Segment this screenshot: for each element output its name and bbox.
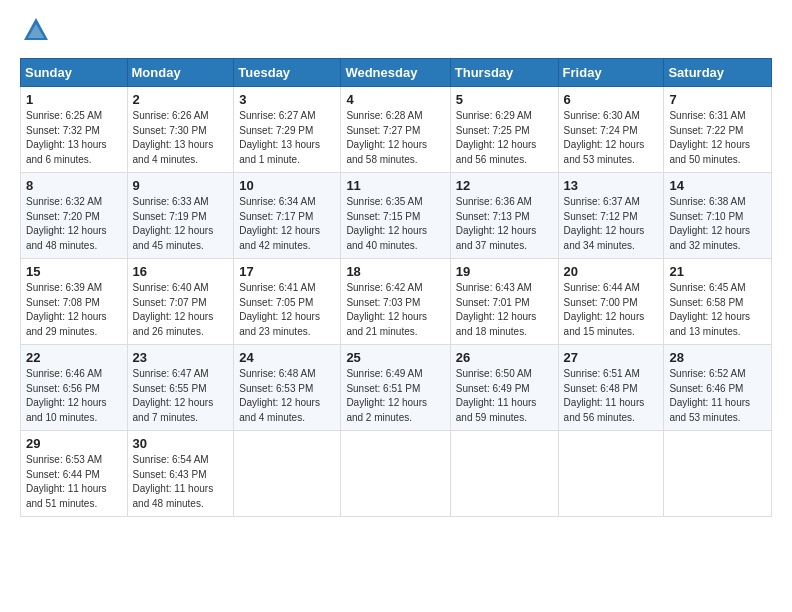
day-info: Sunrise: 6:54 AMSunset: 6:43 PMDaylight:…: [133, 454, 214, 509]
day-info: Sunrise: 6:50 AMSunset: 6:49 PMDaylight:…: [456, 368, 537, 423]
day-info: Sunrise: 6:47 AMSunset: 6:55 PMDaylight:…: [133, 368, 214, 423]
day-info: Sunrise: 6:45 AMSunset: 6:58 PMDaylight:…: [669, 282, 750, 337]
day-info: Sunrise: 6:34 AMSunset: 7:17 PMDaylight:…: [239, 196, 320, 251]
day-cell-23: 23 Sunrise: 6:47 AMSunset: 6:55 PMDaylig…: [127, 345, 234, 431]
day-info: Sunrise: 6:35 AMSunset: 7:15 PMDaylight:…: [346, 196, 427, 251]
day-number: 4: [346, 92, 444, 107]
day-cell-14: 14 Sunrise: 6:38 AMSunset: 7:10 PMDaylig…: [664, 173, 772, 259]
day-info: Sunrise: 6:38 AMSunset: 7:10 PMDaylight:…: [669, 196, 750, 251]
day-cell-3: 3 Sunrise: 6:27 AMSunset: 7:29 PMDayligh…: [234, 87, 341, 173]
empty-cell: [664, 431, 772, 517]
day-info: Sunrise: 6:51 AMSunset: 6:48 PMDaylight:…: [564, 368, 645, 423]
day-number: 16: [133, 264, 229, 279]
day-number: 17: [239, 264, 335, 279]
day-number: 9: [133, 178, 229, 193]
day-number: 7: [669, 92, 766, 107]
day-info: Sunrise: 6:42 AMSunset: 7:03 PMDaylight:…: [346, 282, 427, 337]
day-info: Sunrise: 6:37 AMSunset: 7:12 PMDaylight:…: [564, 196, 645, 251]
week-row-5: 29 Sunrise: 6:53 AMSunset: 6:44 PMDaylig…: [21, 431, 772, 517]
weekday-friday: Friday: [558, 59, 664, 87]
day-cell-8: 8 Sunrise: 6:32 AMSunset: 7:20 PMDayligh…: [21, 173, 128, 259]
header: [20, 16, 772, 48]
day-cell-28: 28 Sunrise: 6:52 AMSunset: 6:46 PMDaylig…: [664, 345, 772, 431]
day-number: 11: [346, 178, 444, 193]
day-number: 14: [669, 178, 766, 193]
empty-cell: [234, 431, 341, 517]
day-info: Sunrise: 6:48 AMSunset: 6:53 PMDaylight:…: [239, 368, 320, 423]
day-cell-21: 21 Sunrise: 6:45 AMSunset: 6:58 PMDaylig…: [664, 259, 772, 345]
day-cell-19: 19 Sunrise: 6:43 AMSunset: 7:01 PMDaylig…: [450, 259, 558, 345]
day-info: Sunrise: 6:53 AMSunset: 6:44 PMDaylight:…: [26, 454, 107, 509]
day-number: 8: [26, 178, 122, 193]
day-cell-24: 24 Sunrise: 6:48 AMSunset: 6:53 PMDaylig…: [234, 345, 341, 431]
day-cell-13: 13 Sunrise: 6:37 AMSunset: 7:12 PMDaylig…: [558, 173, 664, 259]
day-number: 21: [669, 264, 766, 279]
day-info: Sunrise: 6:46 AMSunset: 6:56 PMDaylight:…: [26, 368, 107, 423]
day-cell-16: 16 Sunrise: 6:40 AMSunset: 7:07 PMDaylig…: [127, 259, 234, 345]
day-number: 18: [346, 264, 444, 279]
weekday-header-row: SundayMondayTuesdayWednesdayThursdayFrid…: [21, 59, 772, 87]
day-info: Sunrise: 6:25 AMSunset: 7:32 PMDaylight:…: [26, 110, 107, 165]
day-number: 12: [456, 178, 553, 193]
weekday-tuesday: Tuesday: [234, 59, 341, 87]
day-cell-9: 9 Sunrise: 6:33 AMSunset: 7:19 PMDayligh…: [127, 173, 234, 259]
day-cell-1: 1 Sunrise: 6:25 AMSunset: 7:32 PMDayligh…: [21, 87, 128, 173]
day-number: 22: [26, 350, 122, 365]
day-cell-6: 6 Sunrise: 6:30 AMSunset: 7:24 PMDayligh…: [558, 87, 664, 173]
day-cell-22: 22 Sunrise: 6:46 AMSunset: 6:56 PMDaylig…: [21, 345, 128, 431]
day-number: 3: [239, 92, 335, 107]
day-cell-2: 2 Sunrise: 6:26 AMSunset: 7:30 PMDayligh…: [127, 87, 234, 173]
day-info: Sunrise: 6:39 AMSunset: 7:08 PMDaylight:…: [26, 282, 107, 337]
day-info: Sunrise: 6:29 AMSunset: 7:25 PMDaylight:…: [456, 110, 537, 165]
day-cell-4: 4 Sunrise: 6:28 AMSunset: 7:27 PMDayligh…: [341, 87, 450, 173]
day-cell-10: 10 Sunrise: 6:34 AMSunset: 7:17 PMDaylig…: [234, 173, 341, 259]
day-info: Sunrise: 6:33 AMSunset: 7:19 PMDaylight:…: [133, 196, 214, 251]
day-cell-30: 30 Sunrise: 6:54 AMSunset: 6:43 PMDaylig…: [127, 431, 234, 517]
day-cell-12: 12 Sunrise: 6:36 AMSunset: 7:13 PMDaylig…: [450, 173, 558, 259]
day-number: 25: [346, 350, 444, 365]
day-cell-5: 5 Sunrise: 6:29 AMSunset: 7:25 PMDayligh…: [450, 87, 558, 173]
page: SundayMondayTuesdayWednesdayThursdayFrid…: [0, 0, 792, 612]
weekday-monday: Monday: [127, 59, 234, 87]
calendar-table: SundayMondayTuesdayWednesdayThursdayFrid…: [20, 58, 772, 517]
day-cell-20: 20 Sunrise: 6:44 AMSunset: 7:00 PMDaylig…: [558, 259, 664, 345]
day-info: Sunrise: 6:49 AMSunset: 6:51 PMDaylight:…: [346, 368, 427, 423]
day-number: 15: [26, 264, 122, 279]
day-info: Sunrise: 6:32 AMSunset: 7:20 PMDaylight:…: [26, 196, 107, 251]
day-info: Sunrise: 6:43 AMSunset: 7:01 PMDaylight:…: [456, 282, 537, 337]
day-number: 29: [26, 436, 122, 451]
day-number: 20: [564, 264, 659, 279]
day-info: Sunrise: 6:26 AMSunset: 7:30 PMDaylight:…: [133, 110, 214, 165]
day-info: Sunrise: 6:27 AMSunset: 7:29 PMDaylight:…: [239, 110, 320, 165]
day-number: 30: [133, 436, 229, 451]
empty-cell: [341, 431, 450, 517]
day-number: 2: [133, 92, 229, 107]
day-number: 1: [26, 92, 122, 107]
week-row-1: 1 Sunrise: 6:25 AMSunset: 7:32 PMDayligh…: [21, 87, 772, 173]
day-number: 13: [564, 178, 659, 193]
day-cell-7: 7 Sunrise: 6:31 AMSunset: 7:22 PMDayligh…: [664, 87, 772, 173]
day-number: 28: [669, 350, 766, 365]
day-cell-11: 11 Sunrise: 6:35 AMSunset: 7:15 PMDaylig…: [341, 173, 450, 259]
logo: [20, 16, 50, 48]
weekday-thursday: Thursday: [450, 59, 558, 87]
day-cell-25: 25 Sunrise: 6:49 AMSunset: 6:51 PMDaylig…: [341, 345, 450, 431]
weekday-sunday: Sunday: [21, 59, 128, 87]
day-info: Sunrise: 6:36 AMSunset: 7:13 PMDaylight:…: [456, 196, 537, 251]
week-row-3: 15 Sunrise: 6:39 AMSunset: 7:08 PMDaylig…: [21, 259, 772, 345]
day-cell-17: 17 Sunrise: 6:41 AMSunset: 7:05 PMDaylig…: [234, 259, 341, 345]
day-info: Sunrise: 6:31 AMSunset: 7:22 PMDaylight:…: [669, 110, 750, 165]
day-number: 10: [239, 178, 335, 193]
weekday-wednesday: Wednesday: [341, 59, 450, 87]
day-number: 26: [456, 350, 553, 365]
day-number: 23: [133, 350, 229, 365]
empty-cell: [450, 431, 558, 517]
day-info: Sunrise: 6:44 AMSunset: 7:00 PMDaylight:…: [564, 282, 645, 337]
day-number: 5: [456, 92, 553, 107]
week-row-2: 8 Sunrise: 6:32 AMSunset: 7:20 PMDayligh…: [21, 173, 772, 259]
day-cell-15: 15 Sunrise: 6:39 AMSunset: 7:08 PMDaylig…: [21, 259, 128, 345]
weekday-saturday: Saturday: [664, 59, 772, 87]
day-cell-18: 18 Sunrise: 6:42 AMSunset: 7:03 PMDaylig…: [341, 259, 450, 345]
logo-icon: [22, 16, 50, 44]
day-number: 6: [564, 92, 659, 107]
